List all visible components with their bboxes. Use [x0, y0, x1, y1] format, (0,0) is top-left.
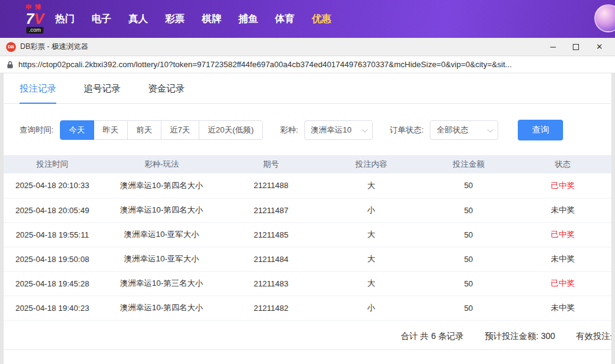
- table-row: 2025-04-18 20:10:33 澳洲幸运10-第四名大小 2121148…: [4, 173, 611, 198]
- game-play-cell: 澳洲幸运10-第四名大小: [101, 198, 223, 222]
- tab-chase-records[interactable]: 追号记录: [84, 83, 120, 103]
- site-top-nav: 申博 7V .com 热门 电子 真人 彩票 棋牌 捕鱼 体育 优惠: [0, 0, 615, 38]
- record-tabs: 投注记录 追号记录 资金记录: [4, 73, 611, 104]
- table-row: 2025-04-18 20:05:49 澳洲幸运10-第四名大小 2121148…: [4, 198, 611, 222]
- status-cell: 未中奖: [514, 296, 611, 320]
- order-status-select[interactable]: 全部状态: [430, 120, 498, 140]
- bet-amount-cell: 50: [423, 173, 514, 198]
- chevron-down-icon: [362, 126, 368, 133]
- bottom-divider: [4, 349, 611, 350]
- time-filter-today[interactable]: 今天: [60, 120, 94, 140]
- bet-amount-cell: 50: [423, 198, 514, 222]
- col-status: 状态: [514, 155, 611, 173]
- status-cell: 已中奖: [514, 271, 611, 296]
- tab-bet-records[interactable]: 投注记录: [20, 83, 56, 104]
- col-bet-amount: 投注金额: [423, 155, 514, 173]
- logo-suffix-text: .com: [26, 27, 43, 34]
- bet-content-cell: 小: [320, 296, 423, 320]
- col-bet-time: 投注时间: [4, 155, 101, 173]
- col-game-play: 彩种-玩法: [101, 155, 223, 173]
- app-icon: DB: [6, 42, 16, 52]
- table-row: 2025-04-18 19:40:23 澳洲幸运10-第四名大小 2121148…: [4, 296, 611, 320]
- page-content: 投注记录 追号记录 资金记录 查询时间: 今天 昨天 前天 近7天 近20天(低…: [0, 73, 615, 364]
- bet-content-cell: 大: [320, 222, 423, 247]
- bet-amount-cell: 50: [423, 222, 514, 247]
- lock-icon: [7, 60, 13, 69]
- site-nav-menu: 热门 电子 真人 彩票 棋牌 捕鱼 体育 优惠: [55, 13, 331, 26]
- bet-records-table: 投注时间 彩种-玩法 期号 投注内容 投注金额 状态 2025-04-18 20…: [4, 155, 611, 321]
- order-status-label: 订单状态:: [390, 125, 424, 136]
- status-cell: 已中奖: [514, 173, 611, 198]
- status-cell: 已中奖: [514, 222, 611, 247]
- time-filter-last7days[interactable]: 近7天: [161, 120, 199, 140]
- summary-total-records: 合计 共 6 条记录: [400, 331, 463, 342]
- bet-time-cell: 2025-04-18 19:50:08: [4, 247, 101, 271]
- browser-address-bar: https://ctop02pcali.2kbxi392.com/lottery…: [0, 56, 615, 73]
- nav-item-live[interactable]: 真人: [128, 13, 148, 26]
- bet-time-cell: 2025-04-18 20:05:49: [4, 198, 101, 222]
- bet-time-cell: 2025-04-18 19:40:23: [4, 296, 101, 320]
- chevron-down-icon: [487, 126, 493, 133]
- game-play-cell: 澳洲幸运10-亚军大小: [101, 247, 223, 271]
- game-play-cell: 澳洲幸运10-第三名大小: [101, 271, 223, 296]
- time-filter-yesterday[interactable]: 昨天: [94, 120, 128, 140]
- bet-content-cell: 大: [320, 271, 423, 296]
- bet-time-cell: 2025-04-18 19:45:28: [4, 271, 101, 296]
- col-bet-content: 投注内容: [320, 155, 423, 173]
- minimize-button[interactable]: ─: [550, 43, 556, 51]
- game-play-cell: 澳洲幸运10-第四名大小: [101, 296, 223, 320]
- time-filter-before-yesterday[interactable]: 前天: [127, 120, 161, 140]
- summary-valid-amount: 有效投注金额: [576, 331, 611, 342]
- bet-amount-cell: 50: [423, 296, 514, 320]
- logo-brand-text: 申博: [26, 4, 44, 10]
- nav-item-chess[interactable]: 棋牌: [202, 13, 221, 26]
- order-status-value: 全部状态: [436, 125, 468, 136]
- nav-item-fishing[interactable]: 捕鱼: [238, 13, 258, 26]
- table-row: 2025-04-18 19:55:11 澳洲幸运10-亚军大小 21211485…: [4, 222, 611, 247]
- close-button[interactable]: ✕: [596, 43, 603, 51]
- issue-cell: 21211487: [223, 198, 320, 222]
- issue-cell: 21211488: [223, 173, 320, 198]
- bet-amount-cell: 50: [423, 271, 514, 296]
- lottery-select-value: 澳洲幸运10: [311, 125, 352, 136]
- bet-amount-cell: 50: [423, 247, 514, 271]
- bet-content-cell: 小: [320, 198, 423, 222]
- nav-item-hot[interactable]: 热门: [55, 13, 75, 26]
- table-row: 2025-04-18 19:45:28 澳洲幸运10-第三名大小 2121148…: [4, 271, 611, 296]
- time-filter-label: 查询时间:: [20, 125, 54, 136]
- time-filter-group: 今天 昨天 前天 近7天 近20天(低频): [60, 120, 263, 140]
- user-avatar[interactable]: [594, 4, 615, 32]
- maximize-button[interactable]: [573, 44, 579, 50]
- tab-fund-records[interactable]: 资金记录: [148, 83, 185, 103]
- lottery-select-label: 彩种:: [280, 125, 298, 136]
- game-play-cell: 澳洲幸运10-第四名大小: [101, 173, 223, 198]
- col-issue: 期号: [223, 155, 320, 173]
- table-row: 2025-04-18 19:50:08 澳洲幸运10-亚军大小 21211484…: [4, 247, 611, 271]
- nav-item-promo[interactable]: 优惠: [312, 13, 331, 26]
- status-cell: 未中奖: [514, 247, 611, 271]
- lottery-select[interactable]: 澳洲幸运10: [304, 120, 373, 140]
- url-text[interactable]: https://ctop02pcali.2kbxi392.com/lottery…: [18, 60, 512, 69]
- nav-item-slots[interactable]: 电子: [92, 13, 111, 26]
- game-play-cell: 澳洲幸运10-亚军大小: [101, 222, 223, 247]
- bet-time-cell: 2025-04-18 20:10:33: [4, 173, 101, 198]
- status-cell: 未中奖: [514, 198, 611, 222]
- query-button[interactable]: 查询: [518, 120, 563, 140]
- site-logo[interactable]: 申博 7V .com: [26, 4, 44, 34]
- issue-cell: 21211484: [223, 247, 320, 271]
- logo-main-text: 7V: [26, 12, 43, 26]
- table-header-row: 投注时间 彩种-玩法 期号 投注内容 投注金额 状态: [4, 155, 611, 173]
- filter-bar: 查询时间: 今天 昨天 前天 近7天 近20天(低频) 彩种: 澳洲幸运10 订…: [4, 104, 611, 155]
- issue-cell: 21211485: [223, 222, 320, 247]
- bet-content-cell: 大: [320, 247, 423, 271]
- time-filter-last20days[interactable]: 近20天(低频): [199, 120, 263, 140]
- summary-expected-amount: 预计投注金额: 300: [485, 331, 555, 342]
- summary-bar: 合计 共 6 条记录 预计投注金额: 300 有效投注金额: [4, 321, 611, 349]
- bet-content-cell: 大: [320, 173, 423, 198]
- window-controls: ─ ✕: [550, 43, 609, 51]
- issue-cell: 21211483: [223, 271, 320, 296]
- nav-item-lottery[interactable]: 彩票: [165, 13, 185, 26]
- nav-item-sports[interactable]: 体育: [275, 13, 295, 26]
- browser-titlebar: DB DB彩票 - 极速浏览器 ─ ✕: [0, 38, 615, 56]
- issue-cell: 21211482: [223, 296, 320, 320]
